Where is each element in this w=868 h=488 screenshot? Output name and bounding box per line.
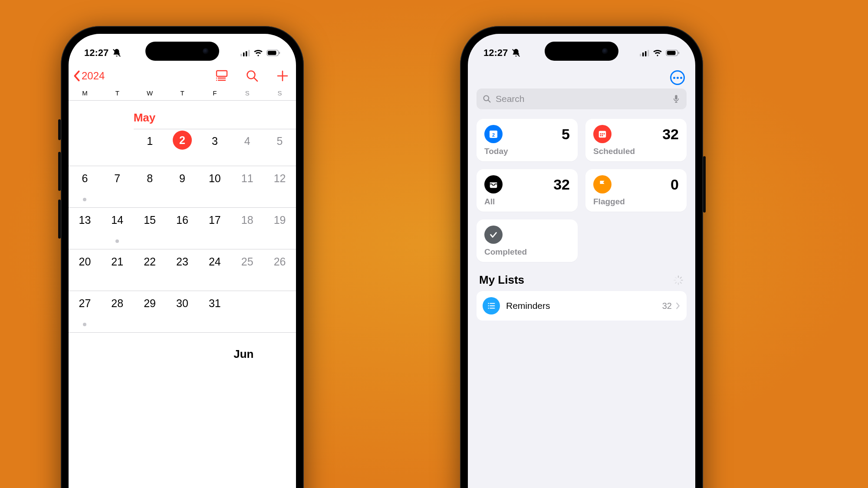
dow-label: M	[69, 89, 101, 97]
calendar-day-number: 18	[241, 214, 253, 226]
calendar-day[interactable]: 9	[166, 166, 199, 207]
calendar-today-icon: 2	[484, 125, 503, 143]
calendar-day-number: 4	[244, 135, 250, 147]
dynamic-island	[545, 42, 618, 61]
dow-label: S	[231, 89, 263, 97]
calendar-day[interactable]: 14	[101, 208, 134, 249]
svg-rect-40	[680, 276, 682, 278]
calendar-day[interactable]: 11	[231, 166, 263, 207]
tile-today[interactable]: 2 5 Today	[477, 119, 578, 161]
svg-rect-45	[674, 279, 676, 280]
back-to-year-button[interactable]: 2024	[73, 70, 105, 82]
calendar-day[interactable]: 20	[69, 249, 101, 291]
calendar-day[interactable]: 6	[69, 166, 101, 207]
svg-point-11	[216, 78, 217, 79]
battery-icon	[666, 49, 680, 56]
calendar-day[interactable]: 1	[134, 129, 166, 166]
svg-rect-18	[640, 54, 641, 56]
calendar-day[interactable]: 21	[101, 249, 134, 291]
dow-label: F	[198, 89, 231, 97]
calendar-day[interactable]: 4	[231, 129, 263, 166]
syncing-spinner-icon	[673, 275, 684, 286]
calendar-day[interactable]: 31	[198, 291, 231, 332]
month-label-jun[interactable]: Jun	[233, 333, 296, 365]
day-of-week-header: MTWTFSS	[69, 88, 296, 101]
calendar-day[interactable]: 18	[231, 208, 263, 249]
calendar-day[interactable]: 19	[263, 208, 296, 249]
svg-rect-19	[642, 52, 644, 56]
calendar-nav-bar: 2024	[69, 65, 296, 88]
svg-point-12	[216, 80, 217, 81]
calendar-day-number: 9	[179, 172, 185, 185]
calendar-day-number: 2	[173, 131, 192, 150]
calendar-day[interactable]: 23	[166, 249, 199, 291]
svg-rect-2	[243, 52, 245, 56]
more-options-button[interactable]	[670, 70, 685, 85]
calendar-day-number: 22	[144, 255, 156, 268]
calendar-day[interactable]: 26	[263, 249, 296, 291]
tile-flagged-count: 0	[671, 176, 679, 193]
search-icon	[483, 95, 491, 103]
calendar-day[interactable]: 5	[263, 129, 296, 166]
calendar-day[interactable]: 12	[263, 166, 296, 207]
calendar-day[interactable]: 24	[198, 249, 231, 291]
calendar-week-row: 12345	[69, 129, 296, 166]
list-count: 32	[662, 301, 672, 311]
svg-point-51	[488, 308, 489, 308]
calendar-day[interactable]: 8	[134, 166, 166, 207]
tile-all[interactable]: 32 All	[477, 169, 578, 212]
dow-label: S	[263, 89, 296, 97]
svg-rect-44	[675, 282, 677, 284]
calendar-day-number: 16	[176, 214, 188, 226]
tile-scheduled-label: Scheduled	[593, 147, 679, 156]
dynamic-island	[145, 42, 219, 61]
add-event-icon[interactable]	[276, 69, 289, 82]
calendar-day[interactable]: 17	[198, 208, 231, 249]
my-lists-header: My Lists	[468, 266, 695, 291]
svg-text:2: 2	[492, 132, 495, 138]
calendar-day[interactable]: 29	[134, 291, 166, 332]
dictation-icon[interactable]	[672, 95, 681, 103]
calendar-day-number: 15	[144, 214, 156, 226]
list-row-reminders[interactable]: Reminders 32	[477, 291, 687, 321]
list-view-icon[interactable]	[215, 69, 228, 82]
calendar-day[interactable]: 15	[134, 208, 166, 249]
calendar-day[interactable]: 30	[166, 291, 199, 332]
cellular-icon	[640, 49, 649, 56]
calendar-day[interactable]: 25	[231, 249, 263, 291]
tile-flagged[interactable]: 0 Flagged	[585, 169, 687, 212]
calendar-week-row: 2728293031	[69, 291, 296, 333]
calendar-day[interactable]: 13	[69, 208, 101, 249]
tile-today-count: 5	[562, 126, 570, 143]
svg-rect-34	[600, 133, 602, 134]
calendar-day[interactable]: 22	[134, 249, 166, 291]
calendar-day[interactable]: 28	[101, 291, 134, 332]
dow-label: T	[101, 89, 134, 97]
svg-rect-6	[268, 51, 276, 55]
list-bullet-icon	[483, 297, 500, 314]
search-field[interactable]: Search	[477, 88, 687, 109]
search-icon[interactable]	[246, 69, 259, 82]
calendar-day-number: 19	[274, 214, 286, 226]
tile-completed-label: Completed	[484, 247, 570, 257]
svg-rect-43	[678, 282, 679, 285]
calendar-day[interactable]: 7	[101, 166, 134, 207]
calendar-day-number: 10	[209, 172, 221, 185]
calendar-day[interactable]: 10	[198, 166, 231, 207]
calendar-month-grid: 1234567891011121314151617181920212223242…	[69, 129, 296, 333]
svg-rect-24	[678, 52, 679, 54]
calendar-day[interactable]: 3	[198, 129, 231, 166]
silent-icon	[112, 48, 122, 58]
calendar-day-number: 1	[147, 135, 153, 147]
phone-side-button	[58, 119, 61, 140]
tile-completed[interactable]: Completed	[477, 219, 578, 262]
tile-scheduled[interactable]: 32 Scheduled	[585, 119, 687, 161]
tile-scheduled-count: 32	[662, 126, 679, 143]
calendar-day[interactable]: 27	[69, 291, 101, 332]
calendar-day-empty	[69, 129, 101, 166]
calendar-day[interactable]: 2	[166, 129, 199, 166]
dow-label: T	[166, 89, 199, 97]
calendar-day-number: 23	[176, 255, 188, 268]
month-label-may[interactable]: May	[134, 101, 296, 129]
calendar-day[interactable]: 16	[166, 208, 199, 249]
